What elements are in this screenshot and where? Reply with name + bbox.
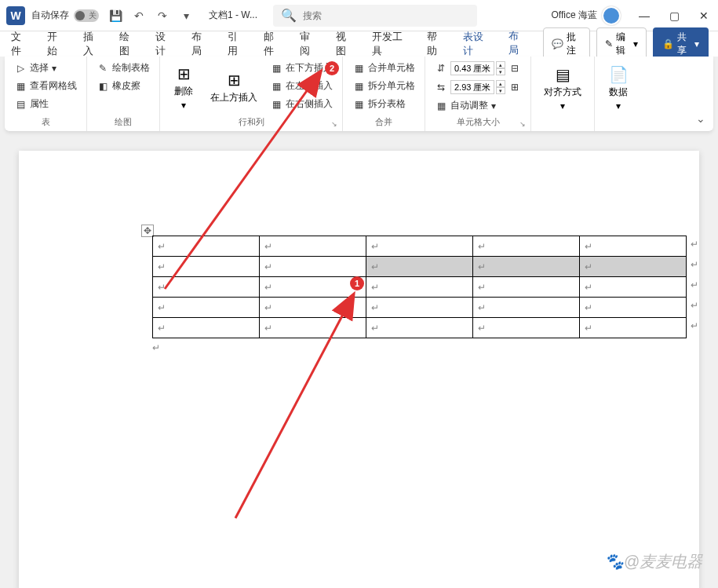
comments-button[interactable]: 💬 批注 xyxy=(543,27,590,60)
split-table-button[interactable]: ▦拆分表格 xyxy=(349,96,418,112)
paragraph-mark-icon: ↵ xyxy=(691,300,698,311)
group-merge: ▦合并单元格 ▦拆分单元格 ▦拆分表格 合并 xyxy=(343,57,425,131)
group-alignment: ▤对齐方式▾ xyxy=(531,57,595,131)
distribute-rows-icon[interactable]: ⊟ xyxy=(508,62,521,75)
paragraph-mark-icon: ↵ xyxy=(152,342,160,353)
dialog-launcher-icon[interactable]: ↘ xyxy=(331,120,341,130)
autosave-toggle[interactable]: 自动保存 关 xyxy=(31,9,99,22)
edit-button[interactable]: ✎ 编辑 ▾ xyxy=(596,27,647,60)
merge-cells-button[interactable]: ▦合并单元格 xyxy=(349,60,418,76)
pencil-icon: ✎ xyxy=(97,62,109,75)
group-label: 行和列 xyxy=(166,115,336,130)
document-table[interactable]: ↵↵↵↵↵ ↵↵↵↵↵ ↵↵↵↵↵ ↵↵↵↵↵ ↵↵↵↵↵ xyxy=(152,236,687,338)
paragraph-mark-icon: ↵ xyxy=(691,239,698,250)
distribute-cols-icon[interactable]: ⊞ xyxy=(508,81,521,93)
autosave-label: 自动保存 xyxy=(31,9,69,22)
paragraph-mark-icon: ↵ xyxy=(691,279,698,290)
properties-icon: ▤ xyxy=(14,98,27,111)
alignment-button[interactable]: ▤对齐方式▾ xyxy=(538,60,588,117)
share-button[interactable]: 🔒 共享 ▾ xyxy=(653,27,709,60)
split-table-icon: ▦ xyxy=(352,98,365,111)
maximize-button[interactable]: ▢ xyxy=(666,8,682,24)
table-row[interactable]: ↵↵↵↵↵ xyxy=(153,236,687,257)
width-input[interactable] xyxy=(450,80,494,94)
eraser-icon: ◧ xyxy=(97,80,109,93)
view-gridlines-button[interactable]: ▦查看网格线 xyxy=(11,78,80,94)
height-icon: ⇵ xyxy=(435,62,447,75)
group-label xyxy=(601,117,636,130)
word-app-icon: W xyxy=(6,6,25,25)
down-icon[interactable]: ▾ xyxy=(496,68,505,75)
autofit-button[interactable]: ▦自动调整 ▾ xyxy=(432,97,524,114)
ribbon: ▷选择 ▾ ▦查看网格线 ▤属性 表 ✎绘制表格 ◧橡皮擦 绘图 ⊞删除▾ ⊞在… xyxy=(5,57,713,132)
draw-table-button[interactable]: ✎绘制表格 xyxy=(93,60,153,76)
group-cell-size: ⇵ ▴▾ ⊟ ⇆ ▴▾ ⊞ ▦自动调整 ▾ 单元格 xyxy=(425,57,531,131)
insert-right-icon: ▦ xyxy=(270,98,282,111)
group-label: 表 xyxy=(11,115,80,130)
insert-left-icon: ▦ xyxy=(270,80,282,93)
chevron-down-icon: ▾ xyxy=(181,100,186,111)
insert-below-icon: ▦ xyxy=(270,62,282,75)
collapse-ribbon-icon[interactable]: ⌄ xyxy=(696,112,705,125)
autofit-icon: ▦ xyxy=(435,100,447,112)
data-button[interactable]: 📄数据▾ xyxy=(601,60,636,117)
search-input[interactable] xyxy=(303,10,469,21)
account-info[interactable]: Office 海蓝 xyxy=(552,6,621,25)
grid-icon: ▦ xyxy=(14,80,27,93)
save-icon[interactable]: 💾 xyxy=(108,9,122,23)
group-label xyxy=(538,117,588,130)
eraser-button[interactable]: ◧橡皮擦 xyxy=(93,78,153,94)
group-rows-cols: ⊞删除▾ ⊞在上方插入 ▦在下方插入 ▦在左侧插入 ▦在右侧插入 行和列 ↘ xyxy=(160,57,343,131)
paragraph-mark-icon: ↵ xyxy=(691,320,698,331)
watermark: 🐾@麦麦电器 xyxy=(604,551,702,572)
minimize-button[interactable]: ― xyxy=(636,8,652,24)
document-title: 文档1 - W... xyxy=(209,9,257,22)
redo-icon[interactable]: ↷ xyxy=(155,9,169,23)
height-input[interactable] xyxy=(450,61,494,75)
toggle-track[interactable]: 关 xyxy=(74,9,99,22)
align-icon: ▤ xyxy=(552,65,574,84)
up-icon[interactable]: ▴ xyxy=(496,61,505,68)
pointer-icon: ▷ xyxy=(14,62,27,75)
delete-table-icon: ⊞ xyxy=(173,64,195,83)
delete-button[interactable]: ⊞删除▾ xyxy=(166,60,201,115)
row-height: ⇵ ▴▾ ⊟ xyxy=(432,60,524,77)
table-row[interactable]: ↵↵↵↵↵ xyxy=(153,257,687,277)
merge-icon: ▦ xyxy=(352,62,365,75)
width-icon: ⇆ xyxy=(435,81,447,93)
table-row[interactable]: ↵↵↵↵↵ xyxy=(153,277,687,298)
titlebar: W 自动保存 关 💾 ↶ ↷ ▾ 文档1 - W... 🔍 Office 海蓝 … xyxy=(0,0,718,31)
table-row[interactable]: ↵↵↵↵↵ xyxy=(153,298,687,318)
insert-above-button[interactable]: ⊞在上方插入 xyxy=(204,60,264,115)
col-width: ⇆ ▴▾ ⊞ xyxy=(432,79,524,96)
window-controls: ― ▢ ✕ xyxy=(636,8,712,24)
up-icon[interactable]: ▴ xyxy=(496,80,505,87)
undo-icon[interactable]: ↶ xyxy=(132,9,146,23)
close-button[interactable]: ✕ xyxy=(696,8,712,24)
group-label: 合并 xyxy=(349,115,418,130)
group-data: 📄数据▾ xyxy=(595,57,642,131)
insert-right-button[interactable]: ▦在右侧插入 xyxy=(267,96,336,112)
document-page: ✥ ↵↵↵↵↵ ↵↵↵↵↵ ↵↵↵↵↵ ↵↵↵↵↵ ↵↵↵↵↵ ↵ ↵ ↵ ↵ … xyxy=(19,151,699,588)
select-button[interactable]: ▷选择 ▾ xyxy=(11,60,80,76)
paragraph-mark-icon: ↵ xyxy=(691,259,698,270)
group-table: ▷选择 ▾ ▦查看网格线 ▤属性 表 xyxy=(5,57,87,131)
search-icon: 🔍 xyxy=(281,8,297,23)
dialog-launcher-icon[interactable]: ↘ xyxy=(519,120,529,130)
data-icon: 📄 xyxy=(607,65,629,84)
group-draw: ✎绘制表格 ◧橡皮擦 绘图 xyxy=(87,57,160,131)
avatar xyxy=(602,6,621,25)
search-box[interactable]: 🔍 xyxy=(273,5,477,27)
down-icon[interactable]: ▾ xyxy=(496,87,505,94)
group-label: 绘图 xyxy=(93,115,153,130)
split-cells-button[interactable]: ▦拆分单元格 xyxy=(349,78,418,94)
properties-button[interactable]: ▤属性 xyxy=(11,96,80,112)
annotation-badge-2: 2 xyxy=(325,61,339,75)
account-name: Office 海蓝 xyxy=(552,9,597,22)
quick-access-toolbar: 💾 ↶ ↷ ▾ xyxy=(108,9,193,23)
split-icon: ▦ xyxy=(352,80,365,93)
qat-dropdown-icon[interactable]: ▾ xyxy=(179,9,193,23)
table-row[interactable]: ↵↵↵↵↵ xyxy=(153,318,687,338)
insert-left-button[interactable]: ▦在左侧插入 xyxy=(267,78,336,94)
chevron-down-icon: ▾ xyxy=(616,100,621,111)
